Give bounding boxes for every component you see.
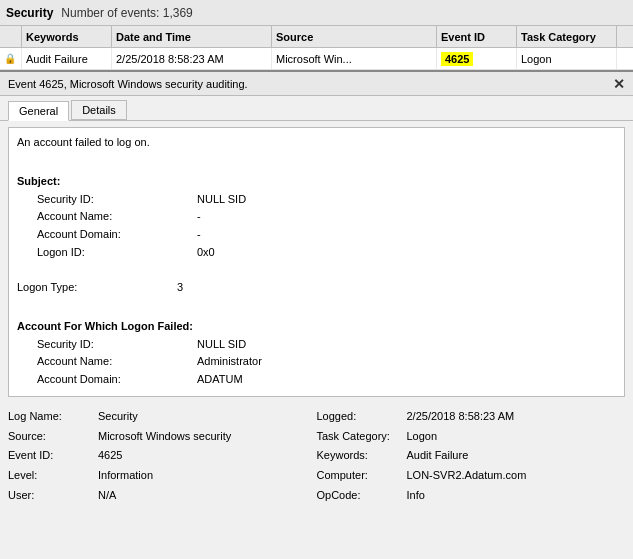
row-taskcategory: Logon: [517, 48, 617, 69]
subject-header: Subject:: [17, 173, 616, 191]
meta-logname: Log Name: Security: [8, 407, 317, 426]
logon-type: Logon Type: 3: [17, 279, 616, 297]
row-eventid: 4625: [437, 48, 517, 69]
row-source: Microsoft Win...: [272, 48, 437, 69]
account-failed-header: Account For Which Logon Failed:: [17, 318, 616, 336]
meta-user: User: N/A: [8, 486, 317, 505]
event-id-badge: 4625: [441, 52, 473, 66]
detail-title: Event 4625, Microsoft Windows security a…: [8, 78, 248, 90]
meta-eventid: Event ID: 4625: [8, 446, 317, 465]
failed-accountname: Account Name: Administrator: [37, 353, 616, 371]
col-scroll: [617, 26, 633, 47]
col-icon: [0, 26, 22, 47]
meta-keywords: Keywords: Audit Failure: [317, 446, 626, 465]
event-detail-content[interactable]: An account failed to log on. Subject: Se…: [8, 127, 625, 397]
top-bar: Security Number of events: 1,369: [0, 0, 633, 26]
meta-logged: Logged: 2/25/2018 8:58:23 AM: [317, 407, 626, 426]
meta-source: Source: Microsoft Windows security: [8, 427, 317, 446]
tab-details[interactable]: Details: [71, 100, 127, 120]
col-datetime[interactable]: Date and Time: [112, 26, 272, 47]
subject-accountname: Account Name: -: [37, 208, 616, 226]
meta-level: Level: Information: [8, 466, 317, 485]
description: An account failed to log on.: [17, 134, 616, 152]
row-datetime: 2/25/2018 8:58:23 AM: [112, 48, 272, 69]
subject-accountdomain: Account Domain: -: [37, 226, 616, 244]
detail-tabs: General Details: [0, 96, 633, 121]
subject-securityid: Security ID: NULL SID: [37, 191, 616, 209]
meta-section: Log Name: Security Logged: 2/25/2018 8:5…: [0, 403, 633, 508]
meta-computer: Computer: LON-SVR2.Adatum.com: [317, 466, 626, 485]
meta-taskcategory: Task Category: Logon: [317, 427, 626, 446]
col-taskcategory[interactable]: Task Category: [517, 26, 617, 47]
failed-accountdomain: Account Domain: ADATUM: [37, 371, 616, 389]
table-row[interactable]: 🔒 Audit Failure 2/25/2018 8:58:23 AM Mic…: [0, 48, 633, 70]
detail-panel: Event 4625, Microsoft Windows security a…: [0, 70, 633, 397]
col-eventid[interactable]: Event ID: [437, 26, 517, 47]
meta-opcode: OpCode: Info: [317, 486, 626, 505]
failed-securityid: Security ID: NULL SID: [37, 336, 616, 354]
table-header: Keywords Date and Time Source Event ID T…: [0, 26, 633, 48]
close-button[interactable]: ✕: [613, 77, 625, 91]
lock-icon: 🔒: [4, 53, 16, 64]
subject-logonid: Logon ID: 0x0: [37, 244, 616, 262]
event-count: Number of events: 1,369: [61, 6, 192, 20]
row-scroll: [617, 48, 633, 69]
tab-general[interactable]: General: [8, 101, 69, 121]
detail-title-bar: Event 4625, Microsoft Windows security a…: [0, 72, 633, 96]
col-source[interactable]: Source: [272, 26, 437, 47]
row-keywords: Audit Failure: [22, 48, 112, 69]
app-title: Security: [6, 6, 53, 20]
row-icon: 🔒: [0, 48, 22, 69]
col-keywords[interactable]: Keywords: [22, 26, 112, 47]
